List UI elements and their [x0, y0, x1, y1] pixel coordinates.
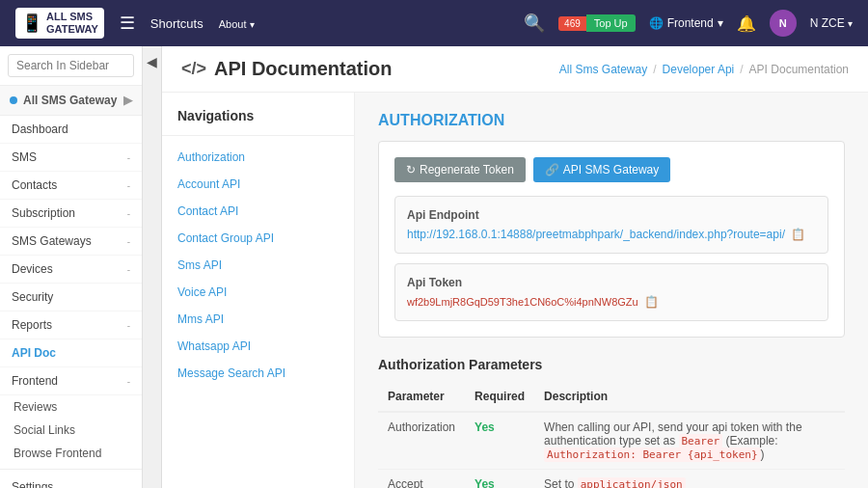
sidebar-item-devices[interactable]: Devices - — [0, 256, 142, 284]
sidebar-collapse-icon[interactable]: ▶ — [123, 94, 132, 107]
sidebar-item-reports[interactable]: Reports - — [0, 312, 142, 339]
top-navigation: 📱 ALL SMS GATEWAY ☰ Shortcuts About ▾ 🔍 … — [0, 0, 868, 46]
sidebar-item-browse-frontend[interactable]: Browse Frontend — [0, 442, 142, 465]
nav-item-contact-group-api[interactable]: Contact Group API — [162, 225, 354, 252]
search-input[interactable] — [8, 54, 134, 77]
authorization-box: ↻ Regenerate Token 🔗 API SMS Gateway Api… — [378, 141, 845, 338]
sidebar-item-subscription[interactable]: Subscription - — [0, 200, 142, 228]
nav-item-account-api[interactable]: Account API — [162, 171, 354, 198]
sidebar-item-security[interactable]: Security — [0, 284, 142, 312]
balance-display: 469 — [558, 16, 586, 31]
authorization-section-title: AUTHORIZATION — [378, 112, 845, 129]
logo-icon: 📱 — [21, 13, 42, 34]
accept-code: application/json — [578, 477, 686, 488]
chevron-right-icon: - — [127, 208, 130, 219]
chevron-right-icon: - — [127, 264, 130, 275]
doc-content: AUTHORIZATION ↻ Regenerate Token 🔗 API S… — [355, 93, 868, 488]
sidebar-item-settings[interactable]: Settings - — [0, 474, 142, 488]
top-nav-right: 🔍 469 Top Up 🌐 Frontend ▾ 🔔 N N ZCE ▾ — [524, 10, 853, 37]
sidebar-item-api-doc[interactable]: API Doc — [0, 339, 142, 367]
globe-icon: 🌐 — [649, 16, 664, 30]
sidebar-item-sms[interactable]: SMS - — [0, 144, 142, 172]
token-box: Api Token wf2b9LmjR8GqD59T3he1CN6oC%i4pn… — [394, 263, 828, 321]
chevron-right-icon: - — [127, 180, 130, 191]
regenerate-token-button[interactable]: ↻ Regenerate Token — [394, 157, 526, 182]
nav-item-contact-api[interactable]: Contact API — [162, 198, 354, 225]
table-row: Accept Yes Set to application/json — [378, 470, 845, 489]
sidebar-item-contacts[interactable]: Contacts - — [0, 172, 142, 200]
about-link[interactable]: About ▾ — [219, 16, 255, 31]
section-indicator — [10, 96, 17, 104]
left-toggle-panel: ◀ — [143, 46, 162, 488]
param-required-accept: Yes — [465, 470, 534, 489]
param-name-accept: Accept — [378, 470, 465, 489]
breadcrumb-home[interactable]: All Sms Gateway — [559, 63, 647, 76]
balance-topup[interactable]: 469 Top Up — [558, 14, 636, 32]
main-content: </> API Documentation All Sms Gateway / … — [162, 46, 868, 488]
page-title: </> API Documentation — [181, 58, 392, 80]
param-name-authorization: Authorization — [378, 412, 465, 470]
nav-panel: Navigations Authorization Account API Co… — [162, 93, 355, 488]
content-area: Navigations Authorization Account API Co… — [162, 93, 868, 488]
col-required: Required — [465, 382, 534, 412]
col-description: Description — [534, 382, 845, 412]
topup-button[interactable]: Top Up — [586, 14, 636, 32]
chevron-right-icon: - — [127, 320, 130, 331]
token-label: Api Token — [407, 276, 816, 289]
breadcrumb-current: API Documentation — [749, 63, 849, 76]
token-value: wf2b9LmjR8GqD59T3he1CN6oC%i4pnNW8GZu 📋 — [407, 295, 816, 309]
endpoint-label: Api Endpoint — [407, 208, 816, 222]
copy-icon-token[interactable]: 📋 — [644, 295, 659, 309]
sidebar-item-frontend[interactable]: Frontend - — [0, 367, 142, 395]
link-icon: 🔗 — [545, 163, 559, 176]
sidebar-section-header[interactable]: All SMS Gateway ▶ — [0, 86, 142, 116]
avatar[interactable]: N — [770, 10, 797, 37]
code-icon: </> — [181, 59, 206, 79]
example-code: Authorization: Bearer {api_token} — [544, 447, 761, 462]
chevron-right-icon: - — [127, 376, 130, 387]
breadcrumb: All Sms Gateway / Developer Api / API Do… — [559, 63, 849, 76]
sidebar-item-social-links[interactable]: Social Links — [0, 419, 142, 442]
chevron-right-icon: - — [127, 236, 130, 247]
nav-item-mms-api[interactable]: Mms API — [162, 306, 354, 333]
nav-item-authorization[interactable]: Authorization — [162, 144, 354, 171]
page-header: </> API Documentation All Sms Gateway / … — [162, 46, 868, 93]
frontend-selector[interactable]: 🌐 Frontend ▾ — [649, 16, 723, 30]
endpoint-value: http://192.168.0.1:14888/preetmabphpark/… — [407, 228, 816, 241]
breadcrumb-sep-2: / — [740, 63, 743, 76]
copy-icon[interactable]: 📋 — [791, 228, 805, 241]
logo-text: ALL SMS GATEWAY — [46, 11, 98, 36]
search-icon[interactable]: 🔍 — [524, 13, 545, 34]
sidebar-search-container — [0, 46, 142, 86]
logo[interactable]: 📱 ALL SMS GATEWAY — [15, 8, 104, 39]
auth-params-title: Authorization Parameters — [378, 357, 845, 372]
sidebar-section-label: All SMS Gateway — [23, 94, 117, 107]
breadcrumb-sep-1: / — [653, 63, 656, 76]
refresh-icon: ↻ — [406, 163, 416, 176]
shortcuts-link[interactable]: Shortcuts — [150, 16, 203, 31]
chevron-down-icon: ▾ — [718, 16, 723, 30]
sidebar: All SMS Gateway ▶ Dashboard SMS - Contac… — [0, 46, 143, 488]
bell-icon[interactable]: 🔔 — [737, 14, 756, 33]
param-desc-authorization: When calling our API, send your api toke… — [534, 412, 845, 470]
param-required-authorization: Yes — [465, 412, 534, 470]
sidebar-divider — [0, 469, 142, 470]
breadcrumb-dev[interactable]: Developer Api — [663, 63, 735, 76]
toggle-arrow-icon[interactable]: ◀ — [147, 54, 157, 69]
nav-item-message-search-api[interactable]: Message Search API — [162, 360, 354, 387]
table-row: Authorization Yes When calling our API, … — [378, 412, 845, 470]
sidebar-item-sms-gateways[interactable]: SMS Gateways - — [0, 228, 142, 256]
chevron-right-icon: - — [127, 482, 130, 489]
nav-item-whatsapp-api[interactable]: Whatsapp API — [162, 333, 354, 360]
sidebar-item-reviews[interactable]: Reviews — [0, 395, 142, 419]
user-label[interactable]: N ZCE ▾ — [810, 16, 853, 30]
api-gateway-button[interactable]: 🔗 API SMS Gateway — [533, 157, 670, 182]
nav-item-voice-api[interactable]: Voice API — [162, 279, 354, 306]
nav-panel-title: Navigations — [162, 108, 354, 136]
auth-buttons: ↻ Regenerate Token 🔗 API SMS Gateway — [394, 157, 828, 182]
hamburger-icon[interactable]: ☰ — [120, 13, 135, 34]
endpoint-box: Api Endpoint http://192.168.0.1:14888/pr… — [394, 196, 828, 254]
chevron-right-icon: - — [127, 152, 130, 163]
nav-item-sms-api[interactable]: Sms API — [162, 252, 354, 279]
sidebar-item-dashboard[interactable]: Dashboard — [0, 116, 142, 144]
